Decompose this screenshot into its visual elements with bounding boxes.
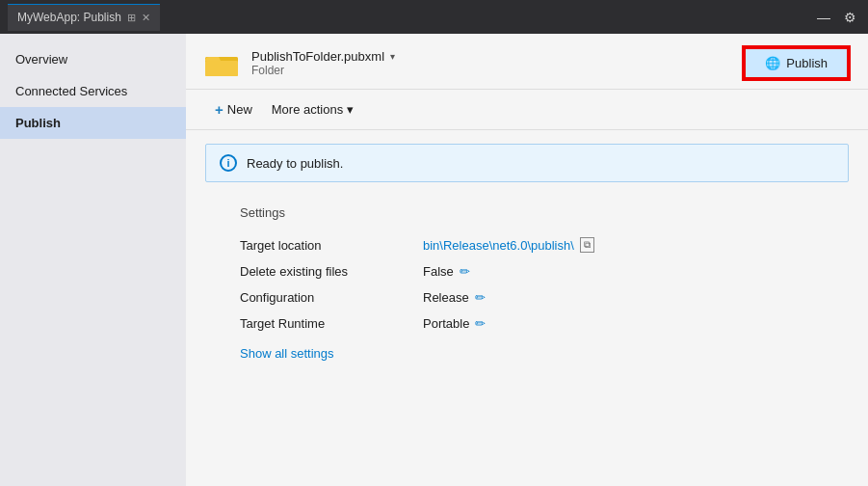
setting-label-configuration: Configuration (240, 290, 423, 305)
tab-close-icon[interactable]: ✕ (142, 12, 150, 24)
table-row: Configuration Release ✏ (240, 284, 849, 310)
sidebar-item-publish[interactable]: Publish (0, 107, 186, 139)
publish-button-label: Publish (786, 56, 828, 70)
sidebar-item-overview[interactable]: Overview (0, 43, 186, 75)
tab-pin-icon[interactable]: ⊞ (127, 12, 136, 24)
content-area: PublishToFolder.pubxml ▾ Folder 🌐 Publis… (186, 34, 868, 486)
copy-icon[interactable]: ⧉ (580, 237, 594, 253)
setting-value-delete-files: False ✏ (423, 264, 470, 279)
setting-value-configuration: Release ✏ (423, 290, 486, 305)
profile-left: PublishToFolder.pubxml ▾ Folder (205, 49, 395, 78)
new-button-label: New (227, 102, 252, 117)
profile-type: Folder (251, 64, 395, 77)
main-area: Overview Connected Services Publish (0, 34, 868, 486)
table-row: Target location bin\Release\net6.0\publi… (240, 231, 849, 258)
edit-icon[interactable]: ✏ (460, 264, 470, 279)
info-icon: i (220, 154, 237, 172)
setting-label-target-location: Target location (240, 238, 423, 253)
profile-name[interactable]: PublishToFolder.pubxml ▾ (251, 49, 395, 64)
minimize-button[interactable]: — (813, 8, 834, 27)
settings-title: Settings (240, 205, 849, 220)
show-all-settings-link[interactable]: Show all settings (240, 346, 334, 361)
table-row: Target Runtime Portable ✏ (240, 310, 849, 337)
info-box: i Ready to publish. (205, 144, 849, 182)
svg-rect-3 (205, 61, 238, 76)
toolbar: + New More actions ▾ (186, 90, 868, 130)
sidebar-item-connected-services[interactable]: Connected Services (0, 75, 186, 107)
setting-label-delete-files: Delete existing files (240, 264, 423, 279)
settings-button[interactable]: ⚙ (840, 8, 860, 27)
target-runtime-value: Portable (423, 316, 469, 331)
setting-label-target-runtime: Target Runtime (240, 316, 423, 331)
publish-button[interactable]: 🌐 Publish (744, 47, 849, 79)
profile-header: PublishToFolder.pubxml ▾ Folder 🌐 Publis… (186, 34, 868, 90)
title-bar: MyWebApp: Publish ⊞ ✕ — ⚙ (0, 0, 868, 34)
plus-icon: + (215, 101, 224, 118)
publish-button-icon: 🌐 (765, 56, 780, 70)
more-actions-button[interactable]: More actions ▾ (262, 98, 363, 121)
info-message: Ready to publish. (247, 156, 343, 171)
setting-value-target-runtime: Portable ✏ (423, 316, 486, 331)
edit-icon[interactable]: ✏ (475, 316, 486, 331)
sidebar: Overview Connected Services Publish (0, 34, 186, 486)
more-actions-label: More actions (272, 102, 343, 117)
edit-icon[interactable]: ✏ (475, 290, 486, 305)
more-actions-arrow: ▾ (347, 102, 354, 117)
new-button[interactable]: + New (205, 97, 262, 122)
table-row: Delete existing files False ✏ (240, 258, 849, 284)
tab-label: MyWebApp: Publish (17, 11, 121, 24)
setting-value-target-location: bin\Release\net6.0\publish\ ⧉ (423, 237, 594, 253)
target-location-value: bin\Release\net6.0\publish\ (423, 238, 574, 253)
configuration-value: Release (423, 290, 469, 305)
folder-icon (205, 49, 240, 78)
tab-publish[interactable]: MyWebApp: Publish ⊞ ✕ (8, 4, 160, 31)
settings-section: Settings Target location bin\Release\net… (186, 196, 868, 361)
profile-info: PublishToFolder.pubxml ▾ Folder (251, 49, 395, 77)
profile-dropdown-arrow[interactable]: ▾ (390, 51, 395, 62)
delete-files-value: False (423, 264, 454, 279)
